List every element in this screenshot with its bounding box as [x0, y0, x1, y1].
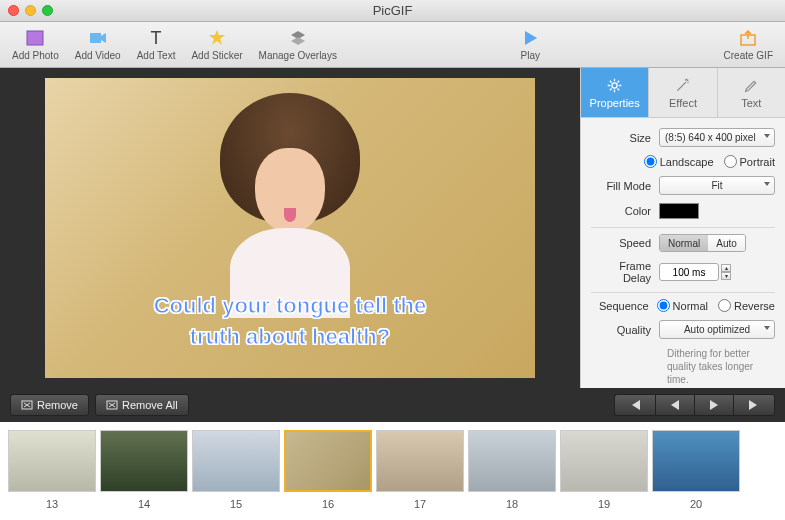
create-gif-button[interactable]: Create GIF	[720, 26, 777, 63]
seq-reverse-radio[interactable]: Reverse	[718, 299, 775, 312]
frame-18[interactable]: 18	[466, 430, 558, 520]
add-sticker-button[interactable]: Add Sticker	[187, 26, 246, 63]
framedelay-label: Frame Delay	[591, 260, 659, 284]
control-bar: Remove Remove All	[0, 388, 785, 422]
thumbnail[interactable]	[652, 430, 740, 492]
add-photo-button[interactable]: Add Photo	[8, 26, 63, 63]
frame-number: 16	[322, 498, 334, 510]
frame-16[interactable]: 16	[282, 430, 374, 520]
play-button[interactable]: Play	[510, 26, 550, 63]
frame-17[interactable]: 17	[374, 430, 466, 520]
manage-overlays-button[interactable]: Manage Overlays	[255, 26, 341, 63]
next-icon	[709, 400, 719, 410]
sequence-label: Sequence	[591, 300, 657, 312]
quality-hint: Dithering for better quality takes longe…	[591, 347, 775, 386]
caption-text[interactable]: Could your tongue tell the truth about h…	[154, 291, 427, 378]
quality-label: Quality	[591, 324, 659, 336]
frame-number: 14	[138, 498, 150, 510]
fillmode-select[interactable]: Fit	[659, 176, 775, 195]
speed-label: Speed	[591, 237, 659, 249]
tab-text[interactable]: Text	[718, 68, 785, 118]
orientation-group: Landscape Portrait	[644, 155, 775, 168]
layers-icon	[288, 28, 308, 48]
svg-point-4	[612, 82, 617, 87]
size-select[interactable]: (8:5) 640 x 400 pixel	[659, 128, 775, 147]
color-label: Color	[591, 205, 659, 217]
wand-icon	[674, 77, 691, 94]
first-icon	[629, 400, 641, 410]
svg-rect-0	[27, 31, 43, 45]
last-icon	[748, 400, 760, 410]
app-title: PicGIF	[0, 3, 785, 18]
sticker-icon	[207, 28, 227, 48]
quality-select[interactable]: Auto optimized	[659, 320, 775, 339]
frame-20[interactable]: 20	[650, 430, 742, 520]
remove-icon	[21, 399, 33, 411]
edit-icon	[743, 77, 760, 94]
play-icon	[520, 28, 540, 48]
frame-19[interactable]: 19	[558, 430, 650, 520]
toolbar: Add Photo Add Video T Add Text Add Stick…	[0, 22, 785, 68]
nav-buttons	[614, 394, 775, 416]
video-icon	[88, 28, 108, 48]
svg-rect-1	[90, 33, 101, 43]
next-frame-button[interactable]	[694, 394, 733, 416]
speed-normal[interactable]: Normal	[660, 235, 708, 251]
portrait-radio[interactable]: Portrait	[724, 155, 775, 168]
thumbnail[interactable]	[560, 430, 648, 492]
frame-number: 15	[230, 498, 242, 510]
remove-all-icon	[106, 399, 118, 411]
titlebar: PicGIF	[0, 0, 785, 22]
frame-13[interactable]: 13	[6, 430, 98, 520]
export-icon	[738, 28, 758, 48]
frame-number: 19	[598, 498, 610, 510]
svg-text:T: T	[151, 28, 162, 48]
text-icon: T	[146, 28, 166, 48]
thumbnail[interactable]	[8, 430, 96, 492]
framedelay-input[interactable]	[659, 263, 719, 281]
sequence-group: Normal Reverse	[657, 299, 775, 312]
tab-effect[interactable]: Effect	[649, 68, 717, 118]
seq-normal-radio[interactable]: Normal	[657, 299, 708, 312]
preview-pane: Could your tongue tell the truth about h…	[0, 68, 580, 388]
add-video-button[interactable]: Add Video	[71, 26, 125, 63]
add-text-button[interactable]: T Add Text	[133, 26, 180, 63]
speed-auto[interactable]: Auto	[708, 235, 745, 251]
prev-icon	[670, 400, 680, 410]
prev-frame-button[interactable]	[655, 394, 694, 416]
last-frame-button[interactable]	[733, 394, 775, 416]
canvas[interactable]: Could your tongue tell the truth about h…	[45, 78, 535, 378]
subject-image	[200, 93, 380, 293]
thumbnail[interactable]	[468, 430, 556, 492]
properties-panel: Size (8:5) 640 x 400 pixel Landscape Por…	[581, 118, 785, 396]
gear-icon	[606, 77, 623, 94]
frame-number: 13	[46, 498, 58, 510]
thumbnail[interactable]	[284, 430, 372, 492]
frame-14[interactable]: 14	[98, 430, 190, 520]
size-label: Size	[591, 132, 659, 144]
thumbnail[interactable]	[376, 430, 464, 492]
speed-segment[interactable]: Normal Auto	[659, 234, 746, 252]
remove-all-button[interactable]: Remove All	[95, 394, 189, 416]
sidebar-tabs: Properties Effect Text	[581, 68, 785, 118]
first-frame-button[interactable]	[614, 394, 655, 416]
frame-number: 20	[690, 498, 702, 510]
properties-sidebar: Properties Effect Text Size (8:5) 640 x …	[580, 68, 785, 388]
frame-number: 17	[414, 498, 426, 510]
fillmode-label: Fill Mode	[591, 180, 659, 192]
frame-number: 18	[506, 498, 518, 510]
color-swatch[interactable]	[659, 203, 699, 219]
thumbnail[interactable]	[100, 430, 188, 492]
main-area: Could your tongue tell the truth about h…	[0, 68, 785, 388]
timeline[interactable]: 1314151617181920	[0, 422, 785, 520]
frame-15[interactable]: 15	[190, 430, 282, 520]
landscape-radio[interactable]: Landscape	[644, 155, 714, 168]
framedelay-stepper[interactable]: ▴▾	[721, 264, 731, 280]
thumbnail[interactable]	[192, 430, 280, 492]
tab-properties[interactable]: Properties	[581, 68, 649, 118]
remove-button[interactable]: Remove	[10, 394, 89, 416]
photo-icon	[25, 28, 45, 48]
